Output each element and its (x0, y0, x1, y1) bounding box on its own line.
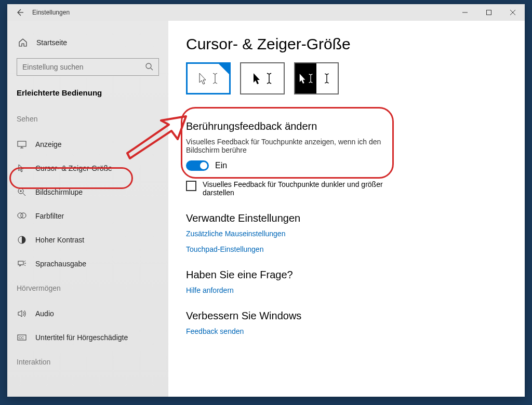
maximize-button[interactable] (477, 4, 501, 21)
display-icon (17, 139, 27, 150)
svg-line-19 (24, 265, 25, 266)
narrator-icon (17, 259, 27, 269)
sidebar-item-label: Anzeige (35, 140, 62, 148)
titlebar: Einstellungen (7, 4, 525, 21)
related-heading: Verwandte Einstellungen (186, 212, 507, 224)
cursor-icon (17, 163, 27, 173)
svg-point-13 (18, 213, 23, 218)
link-help[interactable]: Hilfe anfordern (186, 286, 507, 294)
contrast-icon (17, 235, 27, 245)
magnifier-icon (17, 187, 27, 197)
close-button[interactable] (501, 4, 525, 21)
svg-line-10 (23, 193, 25, 196)
checkbox-label: Visuelles Feedback für Touchpunkte dunkl… (203, 180, 404, 197)
sidebar: Startseite Einstellung suchen Erleichter… (7, 21, 168, 397)
home-icon (18, 37, 28, 48)
search-input[interactable]: Einstellung suchen (17, 58, 159, 76)
group-label-hoervermoegen: Hörvermögen (7, 276, 168, 302)
arrow-cursor-icon (198, 72, 208, 85)
svg-rect-6 (18, 141, 26, 146)
cursor-theme-row (186, 62, 507, 95)
svg-point-14 (21, 213, 26, 218)
content-pane: Cursor- & Zeiger-Größe (168, 21, 525, 397)
sidebar-item-label: Bildschirmlupe (35, 188, 83, 196)
svg-rect-16 (18, 261, 23, 265)
arrow-left-icon (16, 8, 24, 17)
improve-heading: Verbessern Sie Windows (186, 310, 507, 322)
minimize-button[interactable] (453, 4, 477, 21)
audio-icon (17, 308, 27, 319)
back-button[interactable] (7, 4, 32, 21)
sidebar-item-label: Untertitel für Hörgeschädigte (35, 333, 128, 342)
sidebar-item-label: Farbfilter (35, 212, 64, 220)
current-section: Erleichterte Bedienung (7, 86, 168, 106)
sidebar-item-label: Cursor- & Zeiger-Größe (35, 164, 112, 172)
sidebar-item-label: Hoher Kontrast (35, 236, 84, 244)
toggle-state-label: Ein (215, 161, 227, 170)
svg-line-17 (24, 261, 25, 262)
touch-feedback-heading: Berührungsfeedback ändern (186, 120, 507, 132)
cursor-theme-white[interactable] (186, 62, 231, 95)
sidebar-item-anzeige[interactable]: Anzeige (7, 132, 168, 156)
page-title: Cursor- & Zeiger-Größe (186, 35, 507, 53)
sidebar-item-audio[interactable]: Audio (7, 302, 168, 326)
link-touchpad-settings[interactable]: Touchpad-Einstellungen (186, 245, 507, 253)
svg-rect-1 (487, 10, 491, 15)
svg-line-5 (151, 68, 153, 70)
group-label-sehen: Sehen (7, 106, 168, 132)
text-cursor-icon (324, 73, 330, 84)
svg-point-4 (146, 63, 151, 69)
search-placeholder: Einstellung suchen (22, 63, 84, 71)
sidebar-item-farbfilter[interactable]: Farbfilter (7, 204, 168, 228)
arrow-cursor-icon (252, 72, 262, 85)
touch-feedback-toggle[interactable] (186, 160, 209, 171)
darker-feedback-checkbox[interactable] (186, 181, 196, 191)
home-label: Startseite (36, 38, 67, 47)
sidebar-item-hoher-kontrast[interactable]: Hoher Kontrast (7, 228, 168, 252)
color-filter-icon (17, 211, 27, 221)
cc-icon: CC (17, 332, 27, 343)
text-cursor-icon (212, 72, 218, 85)
sidebar-item-sprachausgabe[interactable]: Sprachausgabe (7, 252, 168, 276)
question-heading: Haben Sie eine Frage? (186, 269, 507, 281)
cursor-theme-inverted[interactable] (294, 62, 339, 95)
touch-feedback-desc: Visuelles Feedback für Touchpunkte anzei… (186, 138, 394, 154)
sidebar-item-bildschirmlupe[interactable]: Bildschirmlupe (7, 180, 168, 204)
link-feedback[interactable]: Feedback senden (186, 327, 507, 335)
group-label-interaktion: Interaktion (7, 349, 168, 375)
search-icon (145, 62, 153, 72)
settings-window: Einstellungen Startseite Einstellung suc… (7, 4, 525, 397)
link-mouse-settings[interactable]: Zusätzliche Mauseinstellungen (186, 230, 507, 238)
svg-text:CC: CC (19, 336, 24, 340)
sidebar-item-label: Sprachausgabe (35, 260, 86, 268)
sidebar-item-cursor-zeiger[interactable]: Cursor- & Zeiger-Größe (7, 156, 168, 180)
cursor-theme-black[interactable] (240, 62, 285, 95)
window-title: Einstellungen (32, 9, 70, 16)
sidebar-item-label: Audio (35, 309, 54, 318)
text-cursor-icon (266, 72, 272, 85)
sidebar-item-untertitel[interactable]: CC Untertitel für Hörgeschädigte (7, 326, 168, 349)
home-button[interactable]: Startseite (7, 31, 168, 54)
